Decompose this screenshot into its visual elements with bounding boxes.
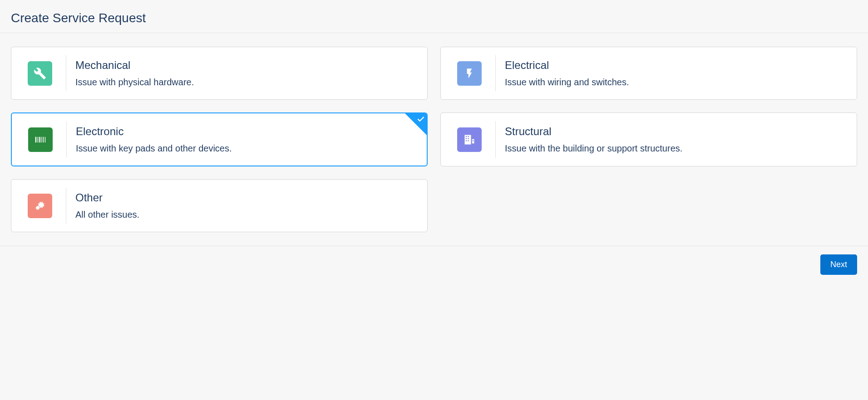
category-card-mechanical[interactable]: Mechanical Issue with physical hardware. bbox=[11, 47, 428, 100]
card-title: Electrical bbox=[505, 59, 629, 72]
card-title: Mechanical bbox=[75, 59, 194, 72]
category-card-grid: Mechanical Issue with physical hardware.… bbox=[11, 47, 857, 232]
page-title: Create Service Request bbox=[11, 11, 857, 25]
barcode-icon bbox=[28, 127, 53, 152]
wrench-icon bbox=[28, 61, 52, 86]
gears-icon bbox=[28, 194, 52, 218]
card-icon-wrap bbox=[11, 180, 66, 232]
page-header: Create Service Request bbox=[0, 0, 868, 33]
svg-rect-2 bbox=[39, 137, 41, 142]
card-body: Other All other issues. bbox=[66, 180, 148, 232]
category-card-other[interactable]: Other All other issues. bbox=[11, 179, 428, 232]
card-title: Structural bbox=[505, 125, 682, 138]
svg-rect-5 bbox=[45, 137, 45, 142]
page-footer: Next bbox=[0, 246, 868, 283]
svg-rect-0 bbox=[35, 137, 37, 142]
next-button[interactable]: Next bbox=[820, 254, 857, 275]
card-body: Structural Issue with the building or su… bbox=[496, 113, 691, 166]
card-body: Mechanical Issue with physical hardware. bbox=[66, 47, 203, 99]
card-body: Electrical Issue with wiring and switche… bbox=[496, 47, 638, 99]
category-card-structural[interactable]: Structural Issue with the building or su… bbox=[440, 112, 857, 166]
category-card-electronic[interactable]: Electronic Issue with key pads and other… bbox=[11, 112, 428, 166]
content-area: Mechanical Issue with physical hardware.… bbox=[0, 33, 868, 246]
card-description: Issue with the building or support struc… bbox=[505, 143, 682, 154]
card-title: Electronic bbox=[76, 125, 232, 138]
card-description: Issue with wiring and switches. bbox=[505, 77, 629, 88]
check-icon bbox=[417, 115, 425, 123]
svg-rect-1 bbox=[38, 137, 39, 142]
card-icon-wrap bbox=[441, 47, 495, 99]
card-icon-wrap bbox=[441, 113, 495, 166]
card-description: Issue with physical hardware. bbox=[75, 77, 194, 88]
category-card-electrical[interactable]: Electrical Issue with wiring and switche… bbox=[440, 47, 857, 100]
card-description: Issue with key pads and other devices. bbox=[76, 143, 232, 154]
card-icon-wrap bbox=[12, 113, 66, 166]
card-description: All other issues. bbox=[75, 210, 139, 220]
card-body: Electronic Issue with key pads and other… bbox=[67, 113, 241, 166]
svg-rect-3 bbox=[42, 137, 43, 142]
svg-rect-4 bbox=[43, 137, 44, 142]
building-icon bbox=[457, 127, 482, 152]
bolt-icon bbox=[457, 61, 482, 86]
card-icon-wrap bbox=[11, 47, 66, 99]
card-title: Other bbox=[75, 191, 139, 204]
